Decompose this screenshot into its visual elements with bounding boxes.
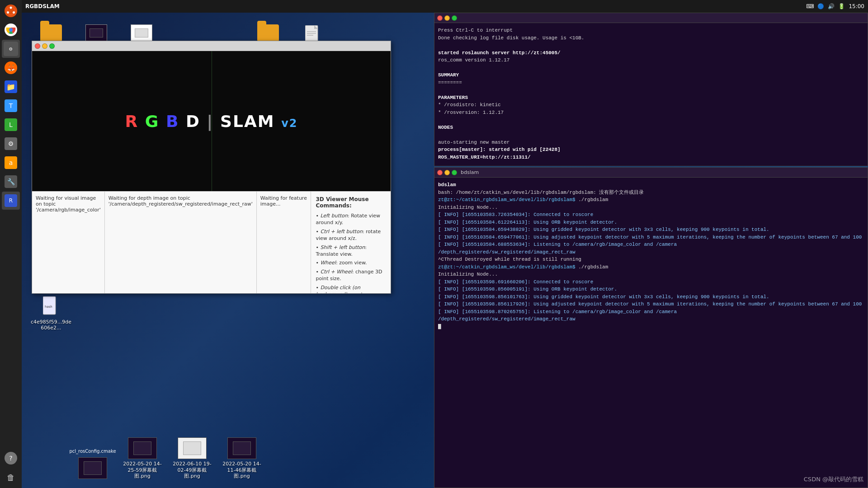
taskbar-trash[interactable]: 🗑: [2, 468, 20, 486]
screenshot-thumb5: [227, 437, 256, 459]
topbar-volume-icon: 🔊: [828, 3, 835, 9]
icon-label: 2022-05-20 14-11-46屏幕截图.png: [222, 461, 262, 479]
rgbd-window: R G B D | SLAM v2 Waiting for visual ima…: [32, 41, 391, 294]
mouse-cmd-6: Double click (on background): reset came…: [316, 284, 386, 293]
svg-point-1: [10, 7, 12, 9]
taskbar-chrome[interactable]: [2, 21, 20, 39]
term-bottom-content[interactable]: bdslam bash: /home/zt/catkin_ws/devel/li…: [434, 178, 868, 488]
term-line: * /rosdistro: kinetic: [438, 101, 864, 109]
logo-r: R: [125, 112, 139, 131]
bottom-icons-area: pcl_rosConfig.cmake 2022-05-20 14-25-59屏…: [72, 407, 262, 479]
term-line: auto-starting new master: [438, 139, 864, 146]
viewer-centerline: [212, 51, 212, 191]
logo-v2: v2: [281, 117, 297, 130]
term-top-titlebar: [434, 13, 868, 23]
taskbar-settings[interactable]: ⚙: [2, 135, 20, 153]
hash-icon: hash: [42, 296, 61, 317]
folder-icon: [257, 24, 279, 42]
depth-panel-text: Waiting for depth image on topic '/camer…: [108, 195, 253, 207]
pcl-label: pcl_rosConfig.cmake: [69, 449, 116, 454]
term-line: [438, 116, 864, 124]
taskbar-ubuntu[interactable]: [2, 2, 20, 20]
term-line: Done checking log file disk usage. Usage…: [438, 34, 864, 42]
term-min-btn[interactable]: [444, 15, 450, 21]
term-line: [ INFO] [1655103598.856005191]: Using OR…: [438, 286, 864, 293]
feature-image-panel: Waiting for feature image...: [257, 192, 311, 293]
logo-g: G: [145, 112, 160, 131]
logo-d: D: [186, 112, 200, 131]
taskbar-app1[interactable]: ⚙: [2, 40, 20, 58]
svg-point-2: [13, 11, 15, 14]
topbar-title: RGBDSLAM: [25, 3, 60, 9]
term-line: [ INFO] [1655103598.691660206]: Connecte…: [438, 278, 864, 286]
term-line: ROS_MASTER_URI=http://zt:11311/: [438, 154, 864, 161]
term-close-btn[interactable]: [437, 15, 443, 21]
mouse-cmd-3: Shift + left button: Translate view.: [316, 244, 386, 258]
term-line: [ INFO] [1655103598.870265755]: Listenin…: [438, 308, 864, 316]
taskbar-help[interactable]: ?: [2, 449, 20, 467]
term-line: Initializing Node...: [438, 204, 864, 211]
term-line: /depth_registered/sw_registered/image_re…: [438, 249, 864, 256]
term-line: bdslam: [438, 181, 864, 189]
feature-panel-text: Waiting for feature image...: [260, 195, 307, 207]
desktop-icon-hash[interactable]: hash c4e985f59...9de606e2...: [31, 292, 71, 331]
taskbar-left: ⚙ 🦊 📁 T L ⚙ a 🔧 R ? 🗑: [0, 0, 22, 488]
desktop-icon-screenshot3[interactable]: pcl_rosConfig.cmake: [72, 445, 113, 479]
panels-area: Waiting for visual image on topic '/came…: [32, 191, 391, 293]
depth-image-panel: Waiting for depth image on topic '/camer…: [105, 192, 257, 293]
window-titlebar: [32, 41, 391, 51]
term-line: Press Ctrl-C to interrupt: [438, 27, 864, 34]
taskbar-firefox[interactable]: 🦊: [2, 59, 20, 77]
window-minimize-button[interactable]: [42, 43, 47, 49]
term-top-content[interactable]: Press Ctrl-C to interrupt Done checking …: [434, 23, 868, 166]
taskbar-libreoffice[interactable]: L: [2, 116, 20, 134]
term-line: PARAMETERS: [438, 94, 864, 102]
term-line: ========: [438, 79, 864, 87]
desktop-icon-screenshot6[interactable]: 2022-05-20 14-11-46屏幕截图.png: [222, 434, 262, 479]
window-maximize-button[interactable]: [49, 43, 55, 49]
desktop-icon-screenshot4[interactable]: 2022-05-20 14-25-59屏幕截图.png: [122, 434, 163, 479]
icon-label: 2022-06-10 19-02-49屏幕截图.png: [172, 461, 212, 479]
screenshot-thumb: [85, 24, 107, 42]
desktop: ⚙ 🦊 📁 T L ⚙ a 🔧 R ? 🗑: [0, 0, 868, 488]
topbar: RGBDSLAM ⌨ 🔵 🔊 🔋 15:00: [22, 0, 868, 13]
desktop-icon-screenshot5[interactable]: 2022-06-10 19-02-49屏幕截图.png: [172, 434, 212, 479]
csdn-watermark: CSDN @敲代码的雪糕: [804, 475, 863, 483]
term-max-btn[interactable]: [452, 15, 457, 21]
topbar-time: 15:00: [849, 3, 864, 9]
term-bottom-min-btn[interactable]: [444, 170, 450, 175]
logo-b: B: [166, 112, 179, 131]
screenshot-thumb3: [128, 437, 157, 459]
mouse-cmd-4: Wheel: zoom view.: [316, 259, 386, 266]
term-line: [ INFO] [1655103584.659438829]: Using gr…: [438, 226, 864, 234]
term-line: SUMMARY: [438, 71, 864, 79]
taskbar-text[interactable]: T: [2, 97, 20, 115]
screenshot-thumb4: [178, 437, 207, 459]
term-line: [ INFO] [1655103598.856101763]: Using gr…: [438, 293, 864, 301]
icon-label: 2022-05-20 14-25-59屏幕截图.png: [122, 461, 163, 479]
term-bottom-titlebar: bdslam: [434, 168, 868, 178]
term-line: /depth_registered/sw_registered/image_re…: [438, 315, 864, 323]
3d-viewer[interactable]: R G B D | SLAM v2: [32, 51, 391, 191]
window-close-button[interactable]: [35, 43, 40, 49]
term-line: process[master]: started with pid [22428…: [438, 146, 864, 154]
term-line: [438, 161, 864, 166]
term-line: zt@zt:~/catkin_rgbdslam_ws/devel/lib/rgb…: [438, 263, 864, 271]
term-line: ros_comm version 1.12.17: [438, 56, 864, 64]
taskbar-robot[interactable]: R: [2, 192, 20, 210]
rgbd-main-content: R G B D | SLAM v2 Waiting for visual ima…: [32, 51, 391, 293]
term-line: ^CThread Destroyed while thread is still…: [438, 256, 864, 263]
taskbar-tools[interactable]: 🔧: [2, 173, 20, 191]
term-line: [438, 86, 864, 94]
term-cursor: █: [438, 323, 864, 331]
visual-image-panel: Waiting for visual image on topic '/came…: [32, 192, 105, 293]
taskbar-amazon[interactable]: a: [2, 154, 20, 172]
term-bottom-max-btn[interactable]: [452, 170, 457, 175]
term-bottom-close-btn[interactable]: [437, 170, 443, 175]
term-line: [438, 64, 864, 72]
taskbar-files[interactable]: 📁: [2, 78, 20, 96]
screenshot-thumb2: [131, 24, 152, 42]
mouse-commands-title: 3D Viewer Mouse Commands:: [316, 196, 386, 209]
term-bottom-title: bdslam: [461, 169, 479, 175]
term-line: started roslaunch server http://zt:45005…: [438, 49, 864, 57]
